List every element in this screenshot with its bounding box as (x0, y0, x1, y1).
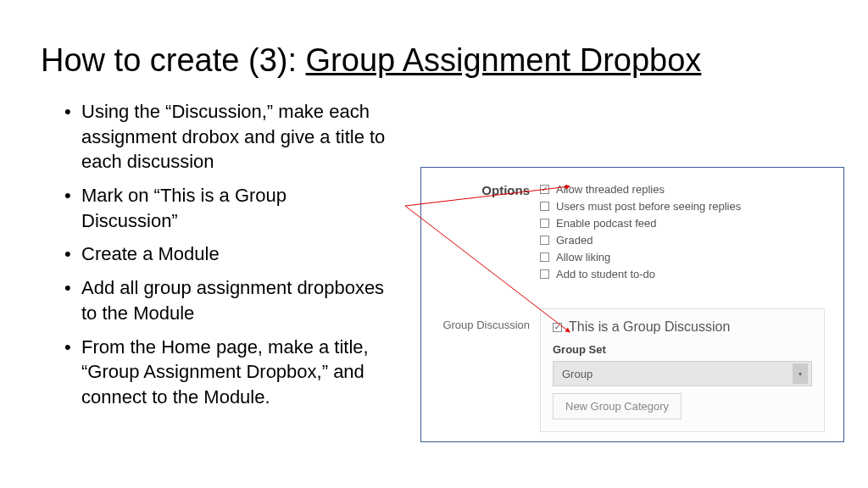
new-group-category-button[interactable]: New Group Category (553, 393, 682, 419)
option-label: Users must post before seeing replies (556, 200, 741, 213)
options-heading: Options (421, 183, 540, 285)
group-discussion-heading: Group Discussion (421, 308, 540, 432)
option-graded[interactable]: Graded (540, 234, 835, 247)
options-checklist: Allow threaded replies Users must post b… (540, 183, 835, 285)
checkbox-icon (540, 185, 549, 194)
dropdown-value: Group (562, 368, 593, 380)
option-label: Enable podcast feed (556, 217, 657, 230)
option-allow-liking[interactable]: Allow liking (540, 251, 835, 263)
checkbox-icon (540, 269, 549, 279)
option-add-todo[interactable]: Add to student to-do (540, 268, 835, 280)
group-discussion-box: This is a Group Discussion Group Set Gro… (540, 308, 825, 432)
list-item: Mark on “This is a Group Discussion” (64, 183, 387, 233)
list-item: Add all group assignment dropboxes to th… (64, 275, 387, 325)
option-label: Allow liking (556, 251, 610, 263)
group-set-heading: Group Set (553, 343, 812, 356)
option-users-must-post[interactable]: Users must post before seeing replies (540, 200, 835, 213)
option-allow-threaded[interactable]: Allow threaded replies (540, 183, 835, 196)
checkbox-icon (540, 202, 549, 211)
list-item: From the Home page, make a title, “Group… (64, 335, 387, 410)
options-panel: Options Allow threaded replies Users mus… (420, 167, 844, 442)
title-prefix: How to create (3): (41, 42, 306, 78)
group-discussion-checkbox[interactable]: This is a Group Discussion (553, 319, 812, 335)
group-set-dropdown[interactable]: Group ▾ (553, 361, 812, 386)
button-label: New Group Category (565, 400, 669, 413)
bullet-list: Using the “Discussion,” make each assign… (0, 92, 432, 410)
option-enable-podcast[interactable]: Enable podcast feed (540, 217, 835, 230)
list-item: Using the “Discussion,” make each assign… (64, 99, 387, 175)
slide-title: How to create (3): Group Assignment Drop… (0, 0, 868, 92)
group-checkbox-label: This is a Group Discussion (569, 319, 730, 335)
checkbox-icon (540, 252, 549, 262)
option-label: Add to student to-do (556, 268, 655, 280)
option-label: Allow threaded replies (556, 183, 665, 196)
checkbox-icon (540, 236, 549, 245)
option-label: Graded (556, 234, 593, 247)
list-item: Create a Module (64, 241, 387, 267)
chevron-down-icon: ▾ (793, 363, 808, 384)
checkbox-icon (553, 323, 562, 332)
checkbox-icon (540, 219, 549, 228)
title-underlined: Group Assignment Dropbox (306, 42, 702, 78)
